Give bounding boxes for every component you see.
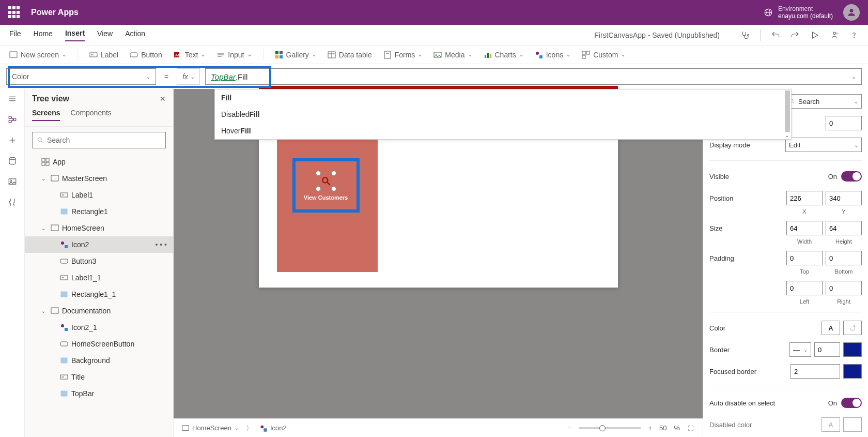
tree-item[interactable]: ⌄HomeScreen [25, 220, 173, 236]
share-icon[interactable] [830, 31, 839, 40]
close-icon[interactable]: ✕ [160, 95, 166, 103]
fit-icon[interactable] [687, 425, 694, 432]
ribbon-button[interactable]: Button [130, 51, 162, 59]
ac-item[interactable]: HoverFill [215, 123, 791, 139]
equals-sign: = [161, 72, 172, 81]
label-icon [60, 274, 68, 282]
prop-pad-l[interactable] [786, 281, 823, 295]
prop-icon-select[interactable]: Search ⌄ [785, 94, 862, 109]
help-icon[interactable] [849, 31, 859, 40]
play-icon[interactable] [810, 31, 819, 40]
ribbon-icons[interactable]: Icons⌄ [535, 51, 570, 59]
prop-auto-disable-label: Auto disable on select [709, 399, 828, 407]
prop-auto-disable-toggle[interactable] [841, 398, 862, 408]
plus-icon[interactable] [8, 135, 17, 145]
tree-item[interactable]: Title [25, 369, 173, 385]
prop-disabled-color-reset[interactable] [843, 417, 862, 432]
avatar[interactable] [843, 4, 860, 21]
property-selector[interactable]: Color⌄ [6, 68, 156, 85]
menu-action[interactable]: Action [125, 29, 145, 41]
tree-item[interactable]: TopBar [25, 385, 173, 402]
zoom-out-icon[interactable]: − [568, 424, 572, 432]
prop-pos-y[interactable] [826, 191, 862, 205]
ribbon-forms[interactable]: Forms⌄ [383, 51, 423, 59]
formula-input[interactable]: TopBar.Fill ⌄ [205, 68, 862, 85]
menu-file[interactable]: File [9, 29, 21, 41]
ribbon-text[interactable]: AbText⌄ [174, 51, 206, 59]
svg-rect-28 [485, 55, 486, 58]
environment-block[interactable]: Environment enayu.com (default) [764, 5, 833, 20]
tree-item[interactable]: Label1 [25, 187, 173, 203]
tree-item[interactable]: ⌄Documentation [25, 303, 173, 319]
prop-rotation-input[interactable] [826, 116, 862, 130]
breadcrumb-screen[interactable]: HomeScreen⌄ [182, 424, 239, 432]
tree-item[interactable]: Icon2• • • [25, 236, 173, 253]
media-icon[interactable] [8, 177, 17, 186]
prop-border-style[interactable]: —⌄ [789, 342, 811, 357]
stethoscope-icon[interactable] [740, 31, 750, 40]
prop-color-picker[interactable]: A [822, 321, 840, 335]
menu-view[interactable]: View [97, 29, 113, 41]
waffle-icon[interactable] [8, 6, 21, 19]
tree-item[interactable]: Button3 [25, 253, 173, 269]
tree-view-icon[interactable] [8, 115, 17, 124]
prop-focused-border-color[interactable] [843, 364, 862, 379]
tree-item[interactable]: Rectangle1 [25, 203, 173, 220]
prop-size-w[interactable] [786, 221, 823, 235]
redo-icon[interactable] [791, 31, 800, 40]
menu-home[interactable]: Home [34, 29, 53, 41]
prop-border-width[interactable] [814, 342, 840, 357]
ribbon-input[interactable]: Input⌄ [216, 51, 251, 59]
prop-pos-x[interactable] [786, 191, 823, 205]
chevron-down-icon[interactable]: ⌄ [785, 132, 789, 138]
tree-item[interactable]: Background [25, 352, 173, 369]
hamburger-icon[interactable] [8, 94, 17, 103]
ribbon-gallery[interactable]: Gallery⌄ [275, 51, 316, 59]
data-icon[interactable] [8, 156, 17, 165]
ac-item[interactable]: DisabledFill [215, 106, 791, 123]
ribbon-data-table[interactable]: Data table [328, 51, 372, 59]
tree-app[interactable]: App [25, 154, 173, 170]
svg-line-43 [11, 119, 13, 122]
ribbon-custom[interactable]: Custom⌄ [582, 51, 625, 59]
tree-item[interactable]: HomeScreenButton [25, 336, 173, 352]
prop-disabled-color-picker[interactable]: A [822, 417, 840, 432]
prop-border-color[interactable] [843, 342, 862, 357]
scrollbar[interactable] [785, 91, 790, 132]
env-value: enayu.com (default) [778, 12, 833, 20]
svg-rect-58 [61, 209, 67, 214]
ribbon-new-screen[interactable]: New screen⌄ [9, 51, 66, 59]
svg-point-77 [261, 425, 264, 428]
icon-icon [60, 323, 68, 331]
breadcrumb-control[interactable]: Icon2 [260, 424, 287, 432]
prop-visible-toggle[interactable] [841, 171, 862, 182]
tree-item[interactable]: ⌄MasterScreen [25, 170, 173, 187]
prop-pad-r[interactable] [826, 281, 862, 295]
prop-size-h[interactable] [826, 221, 862, 235]
prop-focused-border-width[interactable] [791, 364, 840, 379]
ribbon-charts[interactable]: Charts⌄ [484, 51, 523, 59]
fx-button[interactable]: fx⌄ [177, 68, 200, 85]
tree-item[interactable]: Label1_1 [25, 269, 173, 286]
tab-screens[interactable]: Screens [32, 109, 60, 121]
prop-color-reset[interactable] [843, 321, 862, 335]
zoom-in-icon[interactable]: + [648, 424, 652, 432]
prop-pad-t[interactable] [786, 251, 823, 265]
ribbon-label[interactable]: Label [89, 51, 118, 59]
selection-box[interactable]: View Customers [292, 158, 360, 213]
tree-item[interactable]: Rectangle1_1 [25, 286, 173, 303]
tools-icon[interactable] [8, 198, 17, 207]
properties-panel: Icon Search ⌄ Rotation Display mode Edit… [703, 89, 868, 437]
tree-search[interactable] [32, 132, 166, 148]
search-input[interactable] [47, 136, 161, 144]
menu-insert[interactable]: Insert [65, 29, 85, 41]
ribbon-media[interactable]: Media⌄ [433, 51, 472, 59]
ellipsis-icon[interactable]: • • • [156, 240, 167, 249]
prop-display-mode-select[interactable]: Edit⌄ [785, 138, 862, 152]
tree-item[interactable]: Icon2_1 [25, 319, 173, 336]
formula-expand-icon[interactable]: ⌄ [851, 73, 856, 80]
undo-icon[interactable] [771, 31, 780, 40]
tab-components[interactable]: Components [70, 109, 111, 121]
prop-pad-b[interactable] [826, 251, 862, 265]
ac-item[interactable]: Fill [215, 89, 791, 106]
